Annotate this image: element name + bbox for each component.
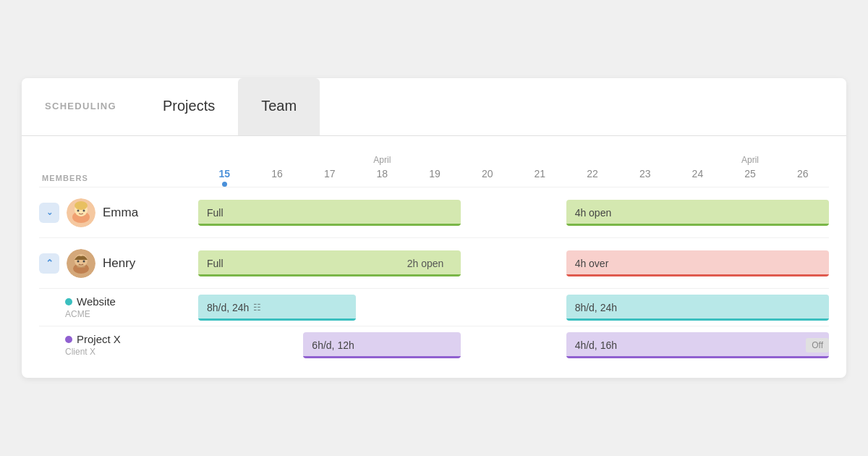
date-num-25: 25 xyxy=(744,168,756,180)
tab-bar: SCHEDULING Projects Team xyxy=(22,78,846,136)
dates-area: 15 16 17 April 18 19 xyxy=(198,155,829,187)
date-num-24: 24 xyxy=(692,168,704,180)
toggle-emma[interactable]: ⌄ xyxy=(39,203,59,223)
calendar-wrapper: MEMBERS 15 16 17 April 18 xyxy=(22,136,846,378)
project-row-website: Website ACME xyxy=(39,288,829,326)
date-col-20: 20 xyxy=(461,155,514,187)
toggle-henry[interactable]: ⌃ xyxy=(39,253,59,274)
emma-bar-full-label: Full xyxy=(207,207,224,219)
members-label: MEMBERS xyxy=(39,174,198,187)
member-col-emma: ⌄ Emma xyxy=(39,193,198,233)
date-num-21: 21 xyxy=(535,168,546,180)
calendar-body: ⌄ Emma xyxy=(39,187,829,363)
member-name-emma: Emma xyxy=(103,206,138,220)
date-col-22: 22 xyxy=(566,155,619,187)
emma-bar-open-label: 4h open xyxy=(575,207,612,219)
project-name-website-label: Website xyxy=(77,295,116,308)
project-col-website: Website ACME xyxy=(39,291,198,324)
project-client-projectx: Client X xyxy=(65,347,198,357)
project-col-projectx: Project X Client X xyxy=(39,329,198,361)
project-name-projectx-label: Project X xyxy=(77,333,121,345)
project-name-website: Website xyxy=(65,295,198,308)
date-num-22: 22 xyxy=(587,168,598,180)
date-col-15: 15 xyxy=(198,155,251,187)
today-dot xyxy=(222,182,227,187)
projectx-bar-2[interactable]: 4h/d, 16h Off xyxy=(566,332,829,358)
website-bar-1-label: 8h/d, 24h xyxy=(207,302,249,313)
emma-bar-full[interactable]: Full xyxy=(198,200,461,226)
project-row-projectx: Project X Client X xyxy=(39,326,829,363)
projectx-bar-1[interactable]: 6h/d, 12h xyxy=(303,332,461,358)
date-col-19: 19 xyxy=(409,155,461,187)
projectx-bar-2-label: 4h/d, 16h xyxy=(575,339,617,351)
member-col-henry: ⌃ xyxy=(39,243,198,284)
member-name-henry: Henry xyxy=(103,256,135,271)
date-col-21: 21 xyxy=(514,155,566,187)
tab-scheduling[interactable]: SCHEDULING xyxy=(22,78,140,135)
off-badge: Off xyxy=(806,338,829,352)
henry-bar-full-label: Full xyxy=(207,258,224,269)
date-col-24: 24 xyxy=(671,155,724,187)
henry-bar-full[interactable]: Full 2h open xyxy=(198,250,461,276)
henry-bar-open-label: 2h open xyxy=(407,258,453,269)
avatar-henry xyxy=(67,249,95,278)
date-num-18: 18 xyxy=(377,168,388,180)
website-bar-1-icon: ☷ xyxy=(253,303,261,313)
month-label-april-2: April xyxy=(741,155,759,165)
date-col-18: April 18 xyxy=(356,155,409,187)
member-row-henry: ⌃ xyxy=(39,237,829,288)
date-num-26: 26 xyxy=(797,168,809,180)
date-num-23: 23 xyxy=(639,168,651,180)
date-num-19: 19 xyxy=(429,168,441,180)
emma-bar-open[interactable]: 4h open xyxy=(566,200,829,226)
project-dot-website xyxy=(65,298,72,305)
date-num-15: 15 xyxy=(219,168,231,180)
svg-point-5 xyxy=(83,209,85,211)
date-num-17: 17 xyxy=(324,168,336,180)
svg-point-10 xyxy=(83,260,85,262)
date-num-16: 16 xyxy=(271,168,283,180)
date-num-20: 20 xyxy=(482,168,493,180)
avatar-emma xyxy=(67,198,95,227)
project-client-website: ACME xyxy=(65,309,198,319)
svg-point-3 xyxy=(75,201,88,210)
website-bar-2[interactable]: 8h/d, 24h xyxy=(566,295,829,321)
projectx-bar-1-label: 6h/d, 12h xyxy=(312,339,354,351)
svg-point-4 xyxy=(77,209,80,211)
date-col-26: 26 xyxy=(776,155,829,187)
calendar-header: MEMBERS 15 16 17 April 18 xyxy=(39,151,829,187)
henry-bar-over-label: 4h over xyxy=(575,258,609,269)
project-dot-projectx xyxy=(65,336,72,343)
svg-point-9 xyxy=(77,260,80,262)
main-content: MEMBERS 15 16 17 April 18 xyxy=(22,136,846,378)
svg-rect-11 xyxy=(77,265,85,268)
date-col-16: 16 xyxy=(251,155,304,187)
date-col-23: 23 xyxy=(618,155,671,187)
member-row-emma: ⌄ Emma xyxy=(39,187,829,237)
date-col-17: 17 xyxy=(303,155,356,187)
date-col-25: April 25 xyxy=(724,155,777,187)
project-name-projectx: Project X xyxy=(65,333,198,345)
website-bar-1[interactable]: 8h/d, 24h ☷ xyxy=(198,295,356,321)
month-label-april-1: April xyxy=(373,155,391,165)
website-bar-2-label: 8h/d, 24h xyxy=(575,302,617,313)
henry-bar-over[interactable]: 4h over xyxy=(566,250,829,276)
tab-team[interactable]: Team xyxy=(238,78,320,135)
app-container: SCHEDULING Projects Team MEMBERS 15 16 xyxy=(22,78,846,378)
tab-projects[interactable]: Projects xyxy=(140,78,238,135)
